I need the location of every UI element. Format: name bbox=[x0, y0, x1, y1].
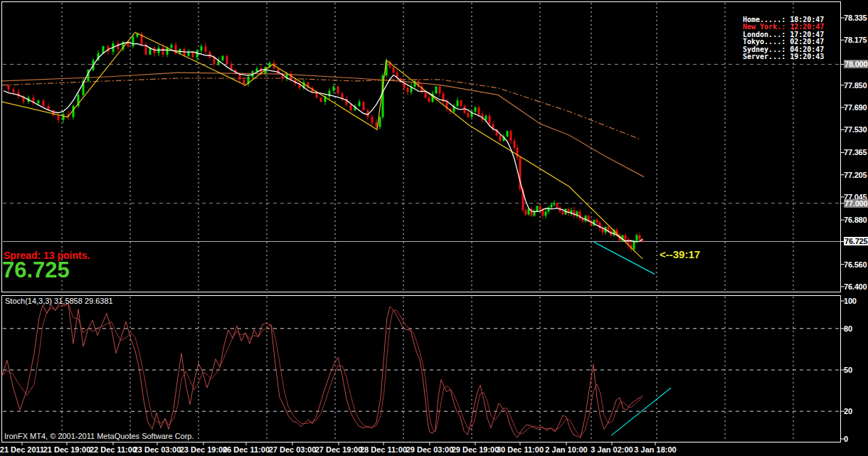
stochastic-axis-label: 80 bbox=[844, 324, 852, 333]
time-axis-label: 30 Dec 11:00 bbox=[497, 445, 544, 454]
price-axis-label: 77.690 bbox=[844, 103, 867, 112]
price-axis-label: 76.725 bbox=[844, 237, 868, 245]
time-axis-label: 27 Dec 03:00 bbox=[269, 445, 317, 454]
time-axis-label: 3 Jan 18:00 bbox=[634, 445, 676, 454]
countdown-annotation: <--39:17 bbox=[660, 248, 700, 260]
current-price-display: 76.725 bbox=[2, 258, 70, 283]
time-axis-label: 2 Jan 10:00 bbox=[545, 445, 587, 454]
chart-canvas[interactable] bbox=[0, 0, 868, 456]
clock-row: Server...: 19:20:43 bbox=[743, 53, 828, 60]
stochastic-indicator-label: Stoch(14,3,3) 31.5858 29.6381 bbox=[5, 297, 113, 305]
price-axis-label: 76.880 bbox=[844, 216, 867, 224]
terminal-copyright: IronFX MT4, © 2001-2011 MetaQuotes Softw… bbox=[4, 432, 194, 440]
price-axis-label: 76.560 bbox=[844, 260, 867, 269]
price-axis-label: 77.530 bbox=[844, 125, 867, 134]
price-axis-label: 77.000 bbox=[844, 199, 868, 208]
time-axis-label: 3 Jan 02:00 bbox=[591, 445, 633, 454]
time-axis-label: 21 Dec 2011 bbox=[0, 445, 44, 454]
time-axis-label: 27 Dec 19:00 bbox=[315, 445, 363, 454]
mt4-chart-window: Spread: 13 points. 76.725 <--39:17 Stoch… bbox=[0, 0, 868, 456]
price-axis-label: 77.205 bbox=[844, 171, 867, 179]
price-axis-label: 76.400 bbox=[844, 282, 867, 291]
stochastic-axis-label: 0 bbox=[844, 435, 848, 443]
time-axis-label: 22 Dec 11:00 bbox=[90, 445, 137, 454]
time-axis-label: 29 Dec 19:00 bbox=[452, 445, 499, 454]
stochastic-axis-label: 50 bbox=[844, 366, 852, 374]
time-axis-label: 21 Dec 19:00 bbox=[43, 445, 91, 454]
time-axis-label: 29 Dec 03:00 bbox=[406, 445, 454, 454]
stochastic-axis-label: 20 bbox=[844, 407, 852, 415]
price-axis-label: 77.365 bbox=[844, 148, 867, 157]
price-axis-label: 78.175 bbox=[844, 36, 867, 44]
stochastic-axis-label: 100 bbox=[844, 297, 857, 305]
time-axis-label: 23 Dec 03:00 bbox=[134, 445, 181, 454]
time-axis-label: 26 Dec 11:00 bbox=[223, 445, 270, 454]
time-axis-label: 28 Dec 11:00 bbox=[360, 445, 407, 454]
price-axis-label: 77.850 bbox=[844, 81, 867, 90]
market-sessions-clock: Home.....: 18:20:47New York.: 12:20:47Lo… bbox=[743, 16, 828, 60]
time-axis-label: 23 Dec 19:00 bbox=[180, 445, 228, 454]
price-axis-label: 78.000 bbox=[844, 60, 868, 68]
price-axis-label: 78.335 bbox=[844, 14, 867, 22]
